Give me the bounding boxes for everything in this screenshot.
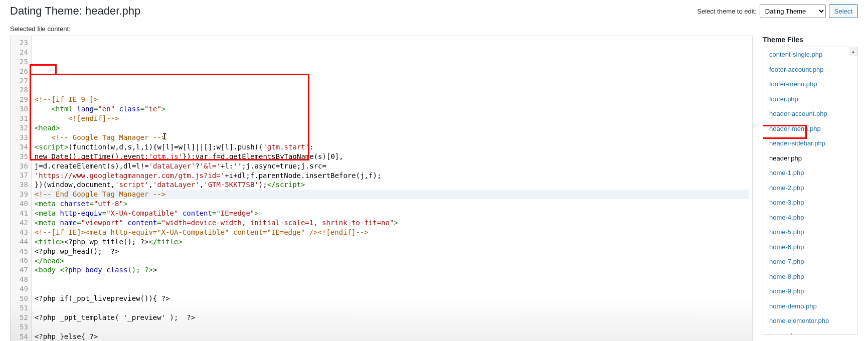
code-line[interactable]: <?php wp_head(); ?> [35, 247, 749, 256]
file-item[interactable]: home.php [763, 328, 857, 335]
line-number: 53 [20, 322, 28, 332]
file-item[interactable]: home-8.php [763, 269, 857, 284]
theme-files-title: Theme Files [763, 36, 858, 44]
file-item[interactable]: home-9.php [763, 284, 857, 299]
file-item[interactable]: home-6.php [763, 240, 857, 255]
code-line[interactable]: <?php }else{ ?> [35, 332, 749, 341]
file-item[interactable]: home-elementor.php [763, 313, 857, 328]
code-line[interactable]: <title><?php wp_title(); ?></title> [35, 237, 749, 247]
code-line[interactable]: <script>(function(w,d,s,l,i){w[l]=w[l]||… [35, 142, 749, 152]
code-line[interactable]: <meta charset="utf-8"> [35, 199, 749, 209]
line-number: 40 [20, 199, 28, 209]
theme-files-panel: Theme Files ▴ content-single.phpfooter-a… [763, 36, 858, 341]
file-item[interactable]: footer.php [763, 92, 857, 107]
selected-file-label: Selected file content: [10, 25, 858, 33]
file-item[interactable]: home-3.php [763, 195, 857, 210]
file-item[interactable]: header-menu.php [763, 121, 857, 136]
line-number: 50 [20, 294, 28, 303]
code-line[interactable]: new Date().getTime(),event:'gtm.js'});va… [35, 152, 749, 161]
line-number: 51 [20, 303, 28, 313]
theme-select-group: Select theme to edit: Dating Theme Selec… [697, 4, 858, 18]
theme-select-label: Select theme to edit: [697, 8, 757, 15]
file-item[interactable]: home-1.php [763, 165, 857, 181]
line-number: 32 [20, 123, 28, 133]
line-number: 35 [20, 152, 28, 161]
line-number: 30 [20, 104, 28, 114]
code-line[interactable]: <!--[if IE 9 ]> [35, 95, 749, 104]
file-item[interactable]: home-5.php [763, 225, 857, 240]
file-item[interactable]: home-4.php [763, 210, 857, 225]
select-button[interactable]: Select [829, 4, 858, 18]
file-item[interactable]: home-demo.php [763, 299, 857, 314]
code-line[interactable]: <?php if(_ppt_livepreview()){ ?> [35, 294, 749, 303]
line-number: 54 [20, 332, 28, 341]
code-line[interactable]: <meta name="viewport" content="width=dev… [35, 218, 749, 228]
line-number: 39 [20, 190, 28, 199]
line-number: 45 [20, 247, 28, 256]
line-number: 46 [20, 256, 28, 265]
scroll-up-icon[interactable]: ▴ [849, 47, 857, 56]
page-title: Dating Theme: header.php [10, 5, 140, 18]
file-item[interactable]: footer-menu.php [763, 77, 857, 92]
file-item[interactable]: home-7.php [763, 254, 857, 269]
line-number: 23 [20, 38, 28, 48]
code-line[interactable]: <?php _ppt_template( '_preview' ); ?> [35, 313, 749, 322]
line-number: 37 [20, 170, 28, 180]
code-line[interactable]: <body <?php body_class(); ?>> [35, 265, 749, 275]
line-number: 31 [20, 114, 28, 123]
code-editor[interactable]: 2324252627282930313233343536373839404142… [11, 36, 752, 341]
file-item[interactable]: home-2.php [763, 181, 857, 196]
code-line[interactable]: <head> [35, 123, 749, 133]
line-number: 48 [20, 275, 28, 284]
code-lines[interactable]: I <!--[if IE 9 ]> <html lang="en" class=… [32, 36, 752, 341]
code-line[interactable]: </head> [35, 256, 749, 266]
file-list: content-single.phpfooter-account.phpfoot… [763, 47, 857, 335]
file-item[interactable]: header-sidebar.php [763, 136, 857, 151]
code-line[interactable] [35, 284, 749, 294]
gutter: 2324252627282930313233343536373839404142… [11, 36, 32, 341]
code-line[interactable]: <!-- End Google Tag Manager --> [35, 190, 749, 199]
line-number: 27 [20, 76, 28, 86]
code-line[interactable]: })(window,document,'script','dataLayer',… [35, 180, 749, 190]
code-line[interactable]: <!-- Google Tag Manager --> [35, 133, 749, 142]
code-line[interactable] [35, 303, 749, 313]
line-number: 44 [20, 237, 28, 247]
code-line[interactable]: <html lang="en" class="ie"> [35, 104, 749, 114]
code-line[interactable]: <![endif]--> [35, 114, 749, 123]
line-number: 43 [20, 228, 28, 237]
code-line[interactable] [35, 322, 749, 332]
code-line[interactable]: 'https://www.googletagmanager.com/gtm.js… [35, 171, 749, 181]
line-number: 28 [20, 85, 28, 95]
file-item[interactable]: header-account.php [763, 106, 857, 121]
line-number: 49 [20, 284, 28, 294]
line-number: 34 [20, 142, 28, 152]
line-number: 42 [20, 218, 28, 228]
line-number: 41 [20, 209, 28, 218]
line-number: 52 [20, 313, 28, 322]
code-line[interactable]: j=d.createElement(s),dl=l!='dataLayer'?'… [35, 161, 749, 171]
line-number: 25 [20, 57, 28, 67]
line-number: 29 [20, 95, 28, 104]
line-number: 33 [20, 133, 28, 142]
code-line[interactable]: <!--[if IE]><meta http-equiv="X-UA-Compa… [35, 228, 749, 237]
line-number: 38 [20, 180, 28, 190]
code-editor-panel: 2324252627282930313233343536373839404142… [10, 36, 753, 341]
line-number: 24 [20, 48, 28, 57]
line-number: 36 [20, 161, 28, 171]
file-item[interactable]: header.php [763, 151, 857, 166]
code-line[interactable]: <meta http-equiv="X-UA-Compatible" conte… [35, 209, 749, 218]
file-item[interactable]: content-single.php [763, 47, 857, 62]
line-number: 47 [20, 265, 28, 275]
file-list-wrapper: ▴ content-single.phpfooter-account.phpfo… [763, 47, 858, 335]
file-item[interactable]: footer-account.php [763, 62, 857, 77]
highlight-head-tag [30, 64, 57, 75]
code-line[interactable] [35, 275, 749, 284]
theme-select[interactable]: Dating Theme [760, 4, 826, 18]
line-number: 26 [20, 67, 28, 76]
